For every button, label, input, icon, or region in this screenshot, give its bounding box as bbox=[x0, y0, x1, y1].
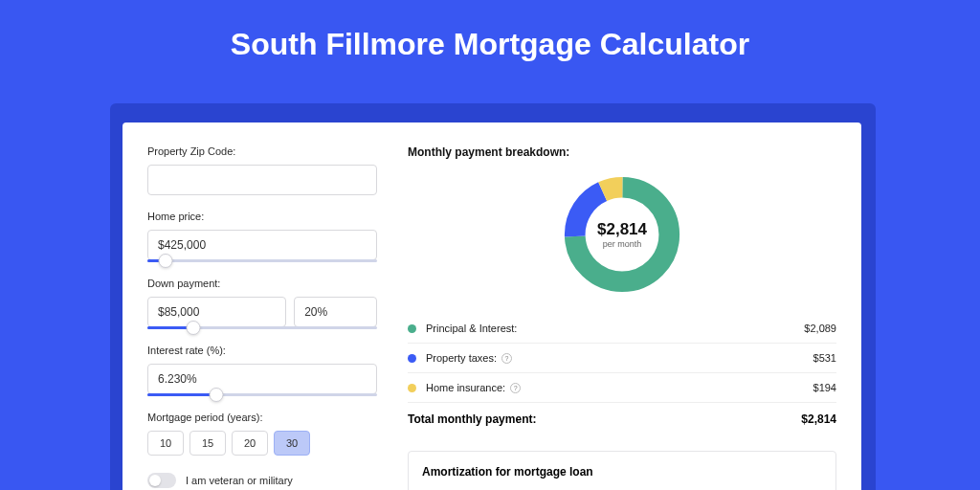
mortgage-period-label: Mortgage period (years): bbox=[147, 412, 377, 423]
breakdown-value: $531 bbox=[813, 352, 836, 364]
home-price-label: Home price: bbox=[147, 211, 377, 222]
veteran-toggle-row: I am veteran or military bbox=[147, 473, 377, 488]
toggle-knob bbox=[149, 475, 161, 486]
breakdown-label-text: Property taxes: bbox=[426, 352, 497, 364]
home-price-slider[interactable] bbox=[147, 259, 377, 262]
period-options: 10152030 bbox=[147, 431, 377, 456]
interest-rate-input[interactable] bbox=[147, 364, 377, 394]
donut-chart-wrap: $2,814 per month bbox=[408, 172, 836, 297]
breakdown-title: Monthly payment breakdown: bbox=[408, 145, 836, 159]
donut-center: $2,814 per month bbox=[560, 172, 684, 297]
interest-rate-group: Interest rate (%): bbox=[147, 345, 377, 396]
down-payment-pct-input[interactable] bbox=[294, 297, 377, 327]
zip-input[interactable] bbox=[147, 165, 377, 195]
period-btn-10[interactable]: 10 bbox=[147, 431, 184, 456]
interest-rate-label: Interest rate (%): bbox=[147, 345, 377, 356]
slider-thumb[interactable] bbox=[187, 321, 201, 335]
period-btn-20[interactable]: 20 bbox=[232, 431, 268, 456]
amortization-title: Amortization for mortgage loan bbox=[422, 465, 822, 479]
mortgage-period-group: Mortgage period (years): 10152030 bbox=[147, 412, 377, 456]
breakdown-list: Principal & Interest:$2,089Property taxe… bbox=[408, 314, 836, 402]
interest-rate-slider[interactable] bbox=[147, 393, 377, 396]
period-btn-30[interactable]: 30 bbox=[274, 431, 310, 456]
breakdown-row: Home insurance:?$194 bbox=[408, 372, 836, 402]
total-label: Total monthly payment: bbox=[408, 412, 536, 426]
slider-thumb[interactable] bbox=[210, 388, 224, 402]
breakdown-value: $194 bbox=[813, 382, 836, 393]
page-title: South Fillmore Mortgage Calculator bbox=[0, 0, 980, 85]
amortization-box: Amortization for mortgage loan Amortizat… bbox=[408, 451, 836, 490]
breakdown-label: Property taxes:? bbox=[426, 352, 813, 364]
calculator-card: Property Zip Code: Home price: Down paym… bbox=[122, 122, 861, 490]
breakdown-label: Home insurance:? bbox=[426, 382, 813, 393]
legend-dot bbox=[408, 354, 416, 363]
breakdown-label-text: Principal & Interest: bbox=[426, 323, 517, 334]
down-payment-group: Down payment: bbox=[147, 278, 377, 329]
slider-thumb[interactable] bbox=[159, 254, 173, 268]
donut-center-sub: per month bbox=[603, 239, 642, 249]
veteran-toggle[interactable] bbox=[147, 473, 176, 488]
down-payment-label: Down payment: bbox=[147, 278, 377, 289]
info-icon[interactable]: ? bbox=[510, 383, 521, 393]
slider-fill bbox=[147, 393, 216, 396]
breakdown-label-text: Home insurance: bbox=[426, 382, 505, 393]
down-payment-input[interactable] bbox=[147, 297, 286, 327]
veteran-label: I am veteran or military bbox=[186, 475, 293, 486]
total-row: Total monthly payment: $2,814 bbox=[408, 402, 836, 435]
home-price-group: Home price: bbox=[147, 211, 377, 262]
form-column: Property Zip Code: Home price: Down paym… bbox=[147, 145, 377, 490]
breakdown-label: Principal & Interest: bbox=[426, 323, 804, 334]
zip-field-group: Property Zip Code: bbox=[147, 145, 377, 195]
total-value: $2,814 bbox=[801, 412, 836, 426]
donut-chart: $2,814 per month bbox=[560, 172, 684, 297]
info-icon[interactable]: ? bbox=[501, 353, 512, 364]
donut-center-value: $2,814 bbox=[597, 220, 647, 239]
home-price-input[interactable] bbox=[147, 230, 377, 260]
legend-dot bbox=[408, 324, 416, 333]
legend-dot bbox=[408, 384, 416, 392]
down-payment-slider[interactable] bbox=[147, 326, 377, 329]
zip-label: Property Zip Code: bbox=[147, 145, 377, 157]
period-btn-15[interactable]: 15 bbox=[189, 431, 226, 456]
breakdown-value: $2,089 bbox=[804, 323, 836, 334]
breakdown-row: Principal & Interest:$2,089 bbox=[408, 314, 836, 343]
breakdown-column: Monthly payment breakdown: $2,814 per mo… bbox=[408, 145, 836, 490]
breakdown-row: Property taxes:?$531 bbox=[408, 343, 836, 372]
